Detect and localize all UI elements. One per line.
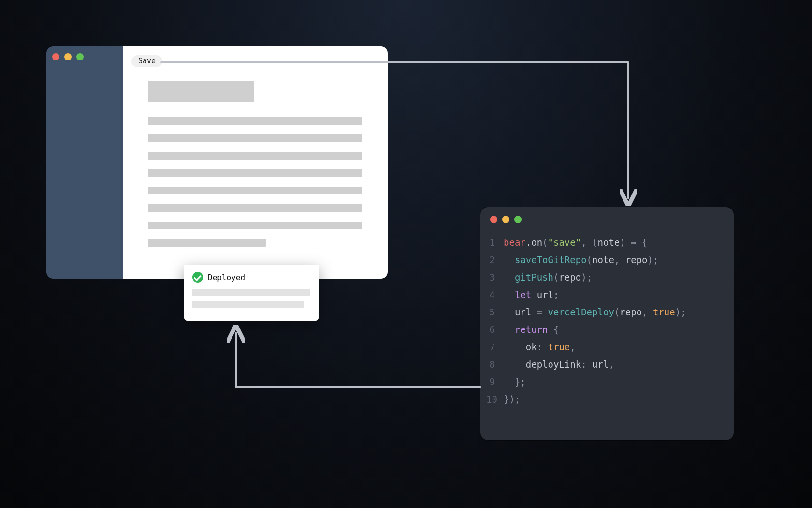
line-number: 6 bbox=[486, 321, 504, 338]
code-line: 10}); bbox=[486, 390, 722, 408]
deployed-label: Deployed bbox=[208, 273, 245, 282]
notes-editor: Save bbox=[123, 46, 388, 279]
line-number: 7 bbox=[486, 338, 504, 356]
note-line-placeholder bbox=[148, 187, 362, 194]
check-circle-icon bbox=[192, 272, 203, 283]
line-number: 2 bbox=[486, 251, 504, 269]
note-title-placeholder bbox=[148, 81, 254, 102]
line-number: 8 bbox=[486, 356, 504, 373]
deployed-popover: Deployed bbox=[184, 265, 319, 321]
note-line-placeholder bbox=[148, 239, 266, 247]
note-line-placeholder bbox=[148, 152, 362, 160]
line-number: 1 bbox=[486, 234, 504, 251]
code-content: return { bbox=[504, 321, 559, 338]
popover-line-placeholder bbox=[192, 301, 304, 308]
code-content: bear.on("save", (note) ⇒ { bbox=[504, 234, 648, 251]
line-number: 5 bbox=[486, 303, 504, 321]
notes-app-window: Save bbox=[46, 46, 388, 279]
code-line: 6 return { bbox=[486, 321, 722, 338]
code-content: saveToGitRepo(note, repo); bbox=[504, 251, 658, 269]
note-line-placeholder bbox=[148, 117, 362, 125]
notes-sidebar bbox=[46, 46, 123, 279]
code-line: 7 ok: true, bbox=[486, 338, 722, 356]
code-line: 9 }; bbox=[486, 373, 722, 390]
zoom-icon[interactable] bbox=[76, 53, 84, 60]
note-line-placeholder bbox=[148, 169, 362, 177]
code-content: }); bbox=[504, 390, 520, 408]
line-number: 4 bbox=[486, 286, 504, 303]
popover-line-placeholder bbox=[192, 289, 310, 296]
code-content: url = vercelDeploy(repo, true); bbox=[504, 303, 686, 321]
line-number: 10 bbox=[486, 390, 504, 408]
zoom-icon[interactable] bbox=[514, 216, 522, 223]
window-traffic-lights bbox=[52, 53, 117, 60]
code-body: 1bear.on("save", (note) ⇒ {2 saveToGitRe… bbox=[480, 234, 734, 408]
close-icon[interactable] bbox=[490, 216, 497, 223]
code-line: 4 let url; bbox=[486, 286, 722, 303]
note-line-placeholder bbox=[148, 134, 362, 142]
deployed-header: Deployed bbox=[192, 272, 310, 283]
window-traffic-lights bbox=[480, 216, 734, 223]
line-number: 9 bbox=[486, 373, 504, 390]
line-number: 3 bbox=[486, 269, 504, 286]
connector-code-to-deployed bbox=[236, 333, 480, 387]
note-line-placeholder bbox=[148, 222, 362, 229]
minimize-icon[interactable] bbox=[502, 216, 509, 223]
code-content: deployLink: url, bbox=[504, 356, 614, 373]
code-editor-window: 1bear.on("save", (note) ⇒ {2 saveToGitRe… bbox=[480, 207, 734, 440]
code-content: ok: true, bbox=[504, 338, 576, 356]
code-line: 2 saveToGitRepo(note, repo); bbox=[486, 251, 722, 269]
code-line: 5 url = vercelDeploy(repo, true); bbox=[486, 303, 722, 321]
code-line: 1bear.on("save", (note) ⇒ { bbox=[486, 234, 722, 251]
code-line: 3 gitPush(repo); bbox=[486, 269, 722, 286]
code-content: let url; bbox=[504, 286, 559, 303]
code-content: }; bbox=[504, 373, 526, 390]
code-content: gitPush(repo); bbox=[504, 269, 592, 286]
note-line-placeholder bbox=[148, 204, 362, 212]
save-chip[interactable]: Save bbox=[131, 55, 162, 67]
code-line: 8 deployLink: url, bbox=[486, 356, 722, 373]
close-icon[interactable] bbox=[52, 53, 59, 60]
minimize-icon[interactable] bbox=[64, 53, 72, 60]
